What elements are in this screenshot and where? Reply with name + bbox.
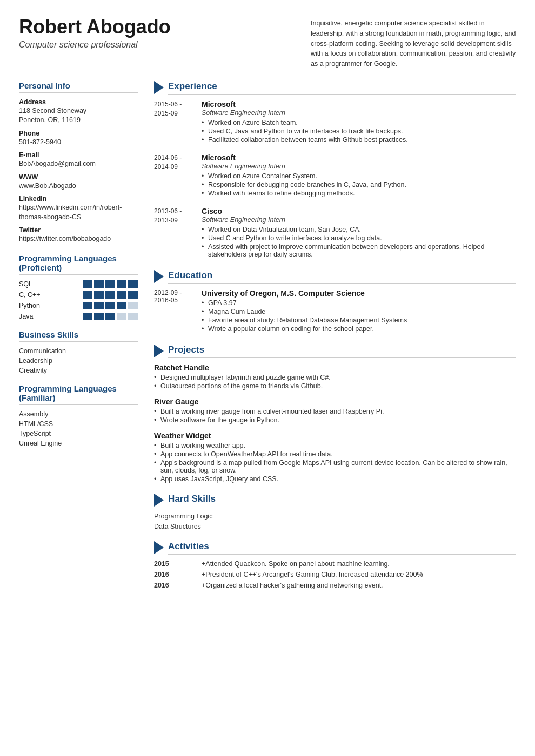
skill-name: C, C++ xyxy=(19,291,46,299)
experience-dates: 2015-06 - 2015-09 xyxy=(154,100,193,145)
personal-field-label: Phone xyxy=(19,130,138,137)
business-skills-list: CommunicationLeadershipCreativity xyxy=(19,347,138,374)
resume-header: Robert Abogado Computer science professi… xyxy=(19,16,516,69)
hard-skills-title: Hard Skills xyxy=(168,494,516,507)
proficient-languages-title: Programming Languages (Proficient) xyxy=(19,254,138,275)
education-section: Education 2012-09 - 2016-05University of… xyxy=(154,270,516,334)
experience-bullet: Used C, Java and Python to write interfa… xyxy=(202,127,516,135)
education-bullets: GPA 3.97Magna Cum LaudeFavorite area of … xyxy=(202,299,516,333)
skill-bar-filled xyxy=(105,280,115,288)
experience-bullet: Worked on Azure Container System. xyxy=(202,172,516,180)
experience-content: MicrosoftSoftware Engineering InternWork… xyxy=(202,100,516,145)
personal-info-title: Personal Info xyxy=(19,81,138,93)
personal-field-value: https://www.linkedin.com/in/robert-thoma… xyxy=(19,203,138,222)
experience-company: Microsoft xyxy=(202,100,516,109)
personal-field-label: WWW xyxy=(19,173,138,181)
personal-field-value: 118 Second Stoneway Poneton, OR, 11619 xyxy=(19,106,138,125)
skill-bar-filled xyxy=(83,302,92,309)
project-name: Ratchet Handle xyxy=(154,363,516,372)
project-bullet: Built a working weather app. xyxy=(154,442,516,449)
experience-company: Cisco xyxy=(202,207,516,215)
projects-list: Ratchet HandleDesigned multiplayer labyr… xyxy=(154,363,516,483)
project-bullet: Designed multiplayer labyrinth and puzzl… xyxy=(154,374,516,381)
personal-field-label: E-mail xyxy=(19,151,138,159)
right-column: Experience 2015-06 - 2015-09MicrosoftSof… xyxy=(149,81,516,600)
skill-name: SQL xyxy=(19,280,46,288)
personal-fields: Address118 Second Stoneway Poneton, OR, … xyxy=(19,98,138,244)
experience-bullets: Worked on Azure Container System.Respons… xyxy=(202,172,516,197)
education-bullet: GPA 3.97 xyxy=(202,299,516,307)
education-dates: 2012-09 - 2016-05 xyxy=(154,289,193,334)
project-bullet: App uses JavaScript, JQuery and CSS. xyxy=(154,475,516,483)
skill-name: Python xyxy=(19,302,46,309)
skill-bars xyxy=(83,313,138,320)
familiar-language-item: HTML/CSS xyxy=(19,420,138,428)
activity-entry: 2016+Organized a local hacker's gatherin… xyxy=(154,582,516,589)
experience-role: Software Engineering Intern xyxy=(202,216,516,224)
experience-content: MicrosoftSoftware Engineering InternWork… xyxy=(202,153,516,198)
skill-bar-filled xyxy=(83,313,92,320)
project-bullet: App's background is a map pulled from Go… xyxy=(154,459,516,474)
skill-bar-filled xyxy=(94,280,104,288)
activities-arrow-icon xyxy=(154,541,164,554)
business-skill-item: Creativity xyxy=(19,367,138,374)
experience-entry: 2015-06 - 2015-09MicrosoftSoftware Engin… xyxy=(154,100,516,145)
personal-field-value: https://twitter.com/bobabogado xyxy=(19,234,138,244)
activity-description: +Organized a local hacker's gathering an… xyxy=(202,582,516,589)
activity-description: +Attended Quackcon. Spoke on panel about… xyxy=(202,560,516,568)
skill-bar-empty xyxy=(128,302,138,309)
experience-section: Experience 2015-06 - 2015-09MicrosoftSof… xyxy=(154,81,516,259)
project-entry: River GaugeBuilt a working river gauge f… xyxy=(154,397,516,424)
skill-bars xyxy=(83,302,138,309)
experience-arrow-icon xyxy=(154,81,164,94)
projects-header: Projects xyxy=(154,345,516,358)
activity-entry: 2016+President of C++'s Arcangel's Gamin… xyxy=(154,571,516,578)
projects-section: Projects Ratchet HandleDesigned multipla… xyxy=(154,345,516,483)
project-entry: Weather WidgetBuilt a working weather ap… xyxy=(154,431,516,483)
skill-bar-empty xyxy=(128,313,138,320)
hard-skills-header: Hard Skills xyxy=(154,494,516,507)
experience-bullet: Worked with teams to refine debugging me… xyxy=(202,190,516,197)
project-bullets: Designed multiplayer labyrinth and puzzl… xyxy=(154,374,516,390)
skill-bars xyxy=(83,291,138,299)
candidate-name: Robert Abogado xyxy=(19,16,171,38)
hard-skills-section: Hard Skills Programming LogicData Struct… xyxy=(154,494,516,530)
experience-company: Microsoft xyxy=(202,153,516,162)
activity-year: 2015 xyxy=(154,560,193,568)
personal-field-label: Address xyxy=(19,98,138,106)
familiar-languages-list: AssemblyHTML/CSSTypeScriptUnreal Engine xyxy=(19,410,138,447)
project-name: Weather Widget xyxy=(154,431,516,440)
business-skill-item: Communication xyxy=(19,347,138,355)
experience-dates: 2014-06 - 2014-09 xyxy=(154,153,193,198)
personal-field-label: LinkedIn xyxy=(19,195,138,202)
experience-bullet: Worked on Azure Batch team. xyxy=(202,119,516,126)
education-header: Education xyxy=(154,270,516,284)
personal-info-section: Personal Info Address118 Second Stoneway… xyxy=(19,81,138,244)
personal-field-value: www.Bob.Abogado xyxy=(19,181,138,191)
skill-bar-filled xyxy=(105,291,115,299)
education-list: 2012-09 - 2016-05University of Oregon, M… xyxy=(154,289,516,334)
skill-bar-filled xyxy=(94,313,104,320)
business-skills-title: Business Skills xyxy=(19,330,138,342)
experience-content: CiscoSoftware Engineering InternWorked o… xyxy=(202,207,516,259)
familiar-language-item: Assembly xyxy=(19,410,138,418)
experience-bullet: Assisted with project to improve communi… xyxy=(202,243,516,258)
personal-field-label: Twitter xyxy=(19,226,138,234)
experience-title: Experience xyxy=(168,81,516,94)
project-bullet: Built a working river gauge from a culve… xyxy=(154,408,516,415)
personal-field-value: BobAbogado@gmail.com xyxy=(19,159,138,169)
skill-bar-filled xyxy=(117,280,126,288)
skill-row: C, C++ xyxy=(19,291,138,299)
hard-skills-list: Programming LogicData Structures xyxy=(154,512,516,530)
education-entry: 2012-09 - 2016-05University of Oregon, M… xyxy=(154,289,516,334)
familiar-languages-title: Programming Languages (Familiar) xyxy=(19,384,138,405)
experience-header: Experience xyxy=(154,81,516,94)
familiar-language-item: Unreal Engine xyxy=(19,440,138,447)
skill-bar-filled xyxy=(105,313,115,320)
experience-bullet: Facilitated collaboration between teams … xyxy=(202,136,516,144)
education-arrow-icon xyxy=(154,270,164,283)
skill-bar-filled xyxy=(117,291,126,299)
hard-skill-item: Data Structures xyxy=(154,523,516,530)
skill-bar-filled xyxy=(83,291,92,299)
familiar-language-item: TypeScript xyxy=(19,430,138,437)
